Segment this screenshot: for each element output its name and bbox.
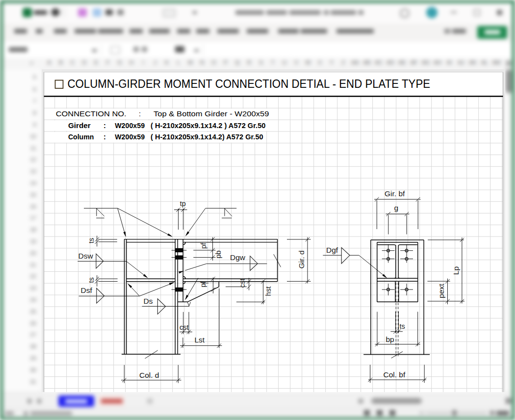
svg-text:Col. d: Col. d bbox=[139, 371, 159, 379]
svg-text:Dgf: Dgf bbox=[326, 246, 338, 254]
svg-text:g: g bbox=[394, 204, 399, 212]
svg-text:cst: cst bbox=[180, 323, 189, 331]
svg-text:Lp: Lp bbox=[452, 266, 460, 275]
svg-text:ts: ts bbox=[87, 238, 95, 243]
svg-text:pf: pf bbox=[199, 281, 207, 287]
svg-text:Col. bf: Col. bf bbox=[384, 370, 406, 379]
svg-text:Lst: Lst bbox=[195, 336, 205, 344]
svg-text:Gir. d: Gir. d bbox=[297, 250, 306, 268]
svg-text::: : bbox=[103, 122, 106, 130]
svg-text:Top & Bottom Girder - W200x59: Top & Bottom Girder - W200x59 bbox=[154, 110, 269, 118]
svg-text:cst: cst bbox=[238, 279, 246, 288]
svg-text:Dsf: Dsf bbox=[81, 286, 93, 294]
svg-text:pb: pb bbox=[214, 250, 222, 258]
svg-text:ts: ts bbox=[400, 322, 405, 330]
svg-text:W200x59: W200x59 bbox=[115, 133, 145, 141]
svg-text:tp: tp bbox=[180, 200, 186, 208]
svg-text:Gir. bf: Gir. bf bbox=[385, 189, 405, 198]
svg-text::: : bbox=[139, 110, 141, 118]
svg-text:pext: pext bbox=[437, 284, 445, 298]
svg-text:Dgw: Dgw bbox=[230, 253, 246, 262]
svg-text:W200x59: W200x59 bbox=[115, 122, 145, 130]
svg-text:( H-210x205x9.1x14.2 ) A572 Gr: ( H-210x205x9.1x14.2 ) A572 Gr.50 bbox=[151, 122, 265, 130]
svg-text:Girder: Girder bbox=[68, 122, 91, 130]
svg-text::: : bbox=[103, 133, 106, 141]
svg-text:CONNECTION NO.: CONNECTION NO. bbox=[56, 110, 127, 118]
svg-text:Ds: Ds bbox=[144, 297, 153, 305]
svg-text:pf: pf bbox=[200, 242, 207, 249]
svg-text:ts: ts bbox=[87, 277, 95, 283]
svg-text:Dsw: Dsw bbox=[78, 252, 94, 260]
svg-text:hst: hst bbox=[264, 287, 272, 296]
svg-text:bp: bp bbox=[386, 335, 394, 343]
svg-text:COLUMN-GIRDER MOMENT CONNECTIO: COLUMN-GIRDER MOMENT CONNECTION DETIAL -… bbox=[68, 78, 431, 90]
svg-text:( H-210x205x9.1x14.2) A572 Gr.: ( H-210x205x9.1x14.2) A572 Gr.50 bbox=[151, 133, 263, 141]
svg-text:Column: Column bbox=[68, 133, 94, 141]
